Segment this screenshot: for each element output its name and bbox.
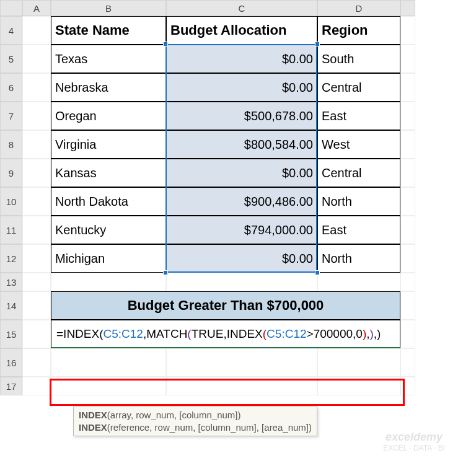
cell-c16[interactable] [166,348,317,377]
cell-budget-6[interactable]: $794,000.00 [166,216,317,244]
corner-cell[interactable] [0,0,22,16]
row-header-11[interactable]: 11 [0,216,22,244]
cell-a8[interactable] [22,130,51,159]
fx-fn-index1: INDEX [63,327,99,341]
row-header-5[interactable]: 5 [0,45,22,73]
cell-state-1[interactable]: Nebraska [51,73,166,102]
watermark-brand: exceldemy [383,431,445,444]
header-budget[interactable]: Budget Allocation [166,16,317,45]
cell-budget-2[interactable]: $500,678.00 [166,102,317,130]
col-header-a[interactable]: A [22,0,51,16]
tooltip-sig2: (reference, row_num, [column_num], [area… [107,422,312,433]
cell-a15[interactable] [22,320,51,348]
cell-e15[interactable] [400,320,415,348]
header-region[interactable]: Region [317,16,400,45]
col-header-b[interactable]: B [51,0,166,16]
fx-ref2: C5:C12 [267,327,306,341]
cell-a7[interactable] [22,102,51,130]
fx-eq: = [56,327,63,341]
cell-region-5[interactable]: North [317,187,400,216]
row-header-8[interactable]: 8 [0,130,22,159]
cell-region-4[interactable]: Central [317,159,400,187]
cell-a10[interactable] [22,187,51,216]
function-tooltip[interactable]: INDEX(array, row_num, [column_num]) INDE… [73,407,317,436]
cell-state-5[interactable]: North Dakota [51,187,166,216]
tooltip-fn1: INDEX [79,410,107,420]
cell-budget-5[interactable]: $900,486.00 [166,187,317,216]
col-header-d[interactable]: D [317,0,400,16]
cell-region-1[interactable]: Central [317,73,400,102]
col-header-c[interactable]: C [166,0,317,16]
row-header-12[interactable]: 12 [0,244,22,273]
row-header-13[interactable]: 13 [0,273,22,291]
cell-e10[interactable] [400,187,415,216]
spreadsheet-grid[interactable]: A B C D 4 State Name Budget Allocation R… [0,0,476,395]
cell-state-4[interactable]: Kansas [51,159,166,187]
cell-e13[interactable] [400,273,415,291]
row-header-10[interactable]: 10 [0,187,22,216]
row-header-17[interactable]: 17 [0,377,22,395]
cell-e11[interactable] [400,216,415,244]
cell-b16[interactable] [51,348,166,377]
fx-fn-match: MATCH [146,327,187,341]
cell-e14[interactable] [400,291,415,320]
fx-ref1: C5:C12 [104,327,143,341]
row-header-16[interactable]: 16 [0,348,22,377]
cell-e5[interactable] [400,45,415,73]
row-header-6[interactable]: 6 [0,73,22,102]
cell-e8[interactable] [400,130,415,159]
watermark: exceldemy EXCEL · DATA · BI [383,431,445,452]
watermark-tag: EXCEL · DATA · BI [383,444,445,452]
cell-a13[interactable] [22,273,51,291]
cell-budget-4[interactable]: $0.00 [166,159,317,187]
cell-region-6[interactable]: East [317,216,400,244]
cell-e17[interactable] [400,377,415,395]
cell-state-0[interactable]: Texas [51,45,166,73]
cell-region-7[interactable]: North [317,244,400,273]
cell-state-6[interactable]: Kentucky [51,216,166,244]
cell-region-3[interactable]: West [317,130,400,159]
cell-region-0[interactable]: South [317,45,400,73]
cell-c13[interactable] [166,273,317,291]
cell-a4[interactable] [22,16,51,45]
formula-input[interactable]: =INDEX(C5:C12,MATCH(TRUE,INDEX(C5:C12>70… [51,320,400,348]
cell-a5[interactable] [22,45,51,73]
row-header-4[interactable]: 4 [0,16,22,45]
cell-b17[interactable] [51,377,166,395]
cell-d17[interactable] [317,377,400,395]
cell-a6[interactable] [22,73,51,102]
cell-budget-3[interactable]: $800,584.00 [166,130,317,159]
cell-e6[interactable] [400,73,415,102]
cell-d16[interactable] [317,348,400,377]
cell-budget-1[interactable]: $0.00 [166,73,317,102]
cell-a12[interactable] [22,244,51,273]
header-state[interactable]: State Name [51,16,166,45]
cell-e16[interactable] [400,348,415,377]
cell-b13[interactable] [51,273,166,291]
cell-e12[interactable] [400,244,415,273]
row-header-7[interactable]: 7 [0,102,22,130]
cell-e7[interactable] [400,102,415,130]
cell-a17[interactable] [22,377,51,395]
cell-budget-0[interactable]: $0.00 [166,45,317,73]
cell-region-2[interactable]: East [317,102,400,130]
cell-a11[interactable] [22,216,51,244]
cell-e4[interactable] [400,16,415,45]
cell-a9[interactable] [22,159,51,187]
cell-state-7[interactable]: Michigan [51,244,166,273]
cell-state-2[interactable]: Oregan [51,102,166,130]
cell-c17[interactable] [166,377,317,395]
cell-a14[interactable] [22,291,51,320]
cell-e9[interactable] [400,159,415,187]
cell-d13[interactable] [317,273,400,291]
title-cell[interactable]: Budget Greater Than $700,000 [51,291,400,320]
row-header-9[interactable]: 9 [0,159,22,187]
cell-budget-7[interactable]: $0.00 [166,244,317,273]
row-header-14[interactable]: 14 [0,291,22,320]
row-header-15[interactable]: 15 [0,320,22,348]
col-header-e[interactable] [400,0,415,16]
cell-state-3[interactable]: Virginia [51,130,166,159]
cell-a16[interactable] [22,348,51,377]
fx-gt: >700000,0 [307,327,363,341]
fx-true: TRUE [192,327,224,341]
